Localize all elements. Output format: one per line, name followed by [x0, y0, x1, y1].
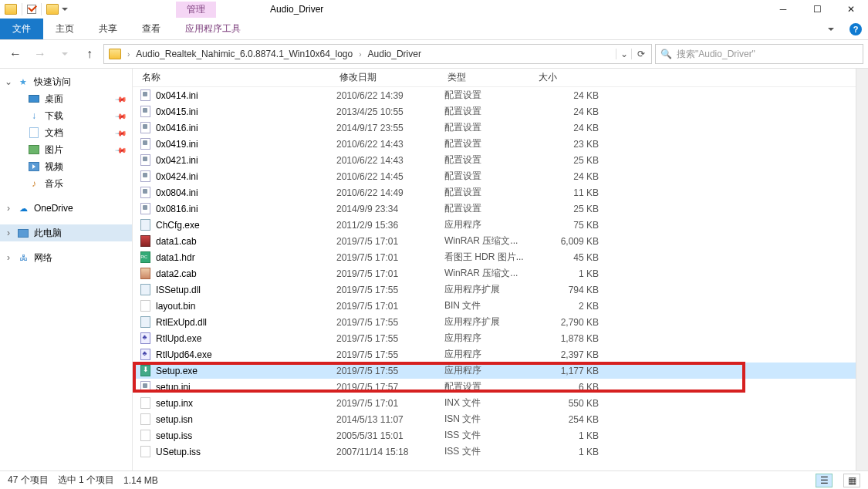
file-name: Setup.exe: [156, 366, 336, 376]
file-date: 2014/5/13 11:07: [336, 414, 444, 425]
file-row[interactable]: 0x0424.ini2010/6/22 14:45配置设置24 KB: [133, 168, 856, 184]
file-row[interactable]: RtlUpd.exe2019/7/5 17:55应用程序1,878 KB: [133, 330, 856, 346]
column-header-size[interactable]: 大小: [535, 71, 606, 84]
file-size: 2 KB: [532, 301, 602, 312]
tab-file[interactable]: 文件: [0, 19, 43, 39]
close-button[interactable]: ✕: [834, 0, 868, 19]
file-name: 0x0414.ini: [156, 90, 336, 101]
file-name: setup.isn: [156, 414, 336, 425]
file-icon: [139, 316, 151, 329]
navpane-item[interactable]: 文档📌: [0, 124, 132, 141]
up-button[interactable]: ↑: [79, 44, 100, 64]
breadcrumb-item[interactable]: Audio_Realtek_Nahimic_6.0.8874.1_Win10x6…: [133, 49, 356, 59]
forward-button[interactable]: →: [29, 44, 51, 64]
file-row[interactable]: 0x0416.ini2014/9/17 23:55配置设置24 KB: [133, 120, 856, 136]
large-icons-view-button[interactable]: ▦: [843, 474, 860, 487]
file-row[interactable]: RtlUpd64.exe2019/7/5 17:55应用程序2,397 KB: [133, 346, 856, 363]
app-icon[interactable]: [5, 4, 17, 15]
file-row[interactable]: setup.isn2014/5/13 11:07ISN 文件254 KB: [133, 411, 856, 427]
tab-app-tools[interactable]: 应用程序工具: [173, 19, 253, 39]
file-date: 2019/7/5 17:55: [336, 285, 444, 295]
breadcrumb-item[interactable]: Audio_Driver: [365, 49, 424, 59]
file-type: 配置设置: [444, 202, 532, 215]
file-row[interactable]: 0x0414.ini2010/6/22 14:39配置设置24 KB: [133, 87, 856, 103]
maximize-button[interactable]: ☐: [800, 0, 834, 19]
file-icon: [139, 187, 151, 199]
file-icon: [139, 268, 151, 280]
file-size: 75 KB: [532, 220, 602, 231]
file-size: 23 KB: [532, 139, 602, 150]
file-name: RtlUpd.exe: [156, 333, 336, 344]
chevron-right-icon[interactable]: ›: [124, 50, 133, 59]
help-button[interactable]: ?: [843, 19, 868, 39]
file-row[interactable]: USetup.iss2007/11/14 15:18ISS 文件1 KB: [133, 443, 856, 460]
refresh-button[interactable]: ⟳: [631, 49, 650, 59]
file-row[interactable]: 0x0415.ini2013/4/25 10:55配置设置24 KB: [133, 103, 856, 120]
file-row[interactable]: ISSetup.dll2019/7/5 17:55应用程序扩展794 KB: [133, 282, 856, 298]
pin-icon: 📌: [115, 93, 127, 105]
navpane-label: 文档: [45, 126, 63, 140]
minimize-button[interactable]: ─: [766, 0, 800, 19]
breadcrumb[interactable]: › Audio_Realtek_Nahimic_6.0.8874.1_Win10…: [103, 44, 652, 64]
tab-share[interactable]: 共享: [86, 19, 130, 39]
file-date: 2019/7/5 17:01: [336, 301, 444, 312]
file-row[interactable]: ChCfg.exe2011/2/9 15:36应用程序75 KB: [133, 217, 856, 233]
file-row[interactable]: RtlExUpd.dll2019/7/5 17:55应用程序扩展2,790 KB: [133, 314, 856, 330]
qat-open-icon[interactable]: [46, 4, 59, 15]
navpane-onedrive[interactable]: › ☁ OneDrive: [0, 200, 132, 217]
search-input[interactable]: 🔍 搜索"Audio_Driver": [655, 44, 863, 64]
file-size: 1 KB: [532, 430, 602, 441]
navpane-label: OneDrive: [34, 203, 73, 214]
qat-checkbox[interactable]: [27, 5, 36, 14]
file-icon: [139, 138, 151, 150]
file-row[interactable]: setup.ini2019/7/5 17:57配置设置6 KB: [133, 379, 856, 395]
chevron-right-icon[interactable]: ›: [5, 252, 12, 263]
file-row[interactable]: layout.bin2019/7/5 17:01BIN 文件2 KB: [133, 298, 856, 314]
column-header-name[interactable]: 名称: [139, 71, 336, 84]
navpane-network[interactable]: › 🖧 网络: [0, 249, 132, 266]
file-name: USetup.iss: [156, 447, 336, 457]
navpane-item[interactable]: ↓下载📌: [0, 107, 132, 124]
file-type: 配置设置: [444, 105, 532, 118]
breadcrumb-dropdown-button[interactable]: ⌄: [616, 49, 631, 59]
recent-locations-button[interactable]: [54, 44, 76, 64]
navpane-item[interactable]: 视频: [0, 158, 132, 175]
file-icon: [139, 349, 151, 361]
column-header-date[interactable]: 修改日期: [336, 71, 444, 84]
file-row[interactable]: data1.cab2019/7/5 17:01WinRAR 压缩文...6,00…: [133, 233, 856, 249]
file-row[interactable]: 0x0419.ini2010/6/22 14:43配置设置23 KB: [133, 136, 856, 152]
file-icon: [139, 284, 151, 296]
tab-view[interactable]: 查看: [130, 19, 173, 39]
file-type: ISS 文件: [444, 429, 532, 442]
pin-icon: 📌: [115, 126, 127, 139]
file-size: 24 KB: [532, 171, 602, 182]
file-icon: [139, 122, 151, 134]
vertical-scrollbar[interactable]: [856, 69, 868, 470]
file-date: 2011/2/9 15:36: [336, 220, 444, 231]
details-view-button[interactable]: ☰: [816, 474, 833, 487]
file-row[interactable]: setup.iss2005/5/31 15:01ISS 文件1 KB: [133, 427, 856, 443]
navpane-this-pc[interactable]: › 此电脑: [0, 224, 132, 241]
file-type: ISS 文件: [444, 445, 532, 458]
chevron-down-icon[interactable]: ⌄: [5, 76, 12, 87]
column-header-type[interactable]: 类型: [444, 71, 535, 84]
file-row[interactable]: data2.cab2019/7/5 17:01WinRAR 压缩文...1 KB: [133, 265, 856, 282]
file-row[interactable]: 0x0804.ini2010/6/22 14:49配置设置11 KB: [133, 184, 856, 201]
navpane-item[interactable]: 桌面📌: [0, 90, 132, 107]
chevron-right-icon[interactable]: ›: [356, 50, 364, 59]
qat-dropdown-icon[interactable]: [62, 8, 68, 11]
chevron-right-icon[interactable]: ›: [5, 203, 12, 214]
navpane-item[interactable]: ♪音乐: [0, 175, 132, 192]
chevron-right-icon[interactable]: ›: [5, 228, 12, 238]
ribbon-collapse-button[interactable]: [819, 19, 843, 39]
file-row[interactable]: data1.hdr2019/7/5 17:01看图王 HDR 图片...45 K…: [133, 249, 856, 265]
file-row[interactable]: 0x0816.ini2014/9/9 23:34配置设置25 KB: [133, 201, 856, 217]
file-type: 配置设置: [444, 89, 532, 102]
navpane-item[interactable]: 图片📌: [0, 141, 132, 158]
file-row[interactable]: 0x0421.ini2010/6/22 14:43配置设置25 KB: [133, 152, 856, 168]
tab-home[interactable]: 主页: [43, 19, 86, 39]
file-row[interactable]: setup.inx2019/7/5 17:01INX 文件550 KB: [133, 395, 856, 411]
navpane-quick-access[interactable]: ⌄ ★ 快速访问: [0, 73, 132, 90]
back-button[interactable]: ←: [5, 44, 26, 64]
file-row[interactable]: Setup.exe2019/7/5 17:55应用程序1,177 KB: [133, 363, 856, 379]
